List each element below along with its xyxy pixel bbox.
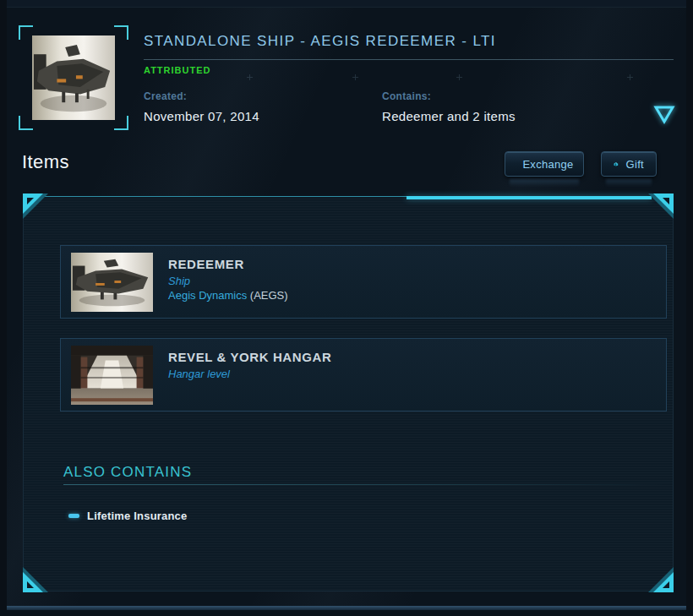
right-frame-edge (686, 0, 693, 616)
collapse-arrow-icon[interactable] (652, 102, 677, 128)
corner-accent-top-right (648, 194, 674, 219)
gift-button[interactable]: Gift (601, 151, 657, 177)
title-divider (144, 59, 674, 60)
exchange-button[interactable]: Exchange (505, 151, 584, 177)
contains-label: Contains: (382, 90, 516, 102)
item-type: Hangar level (168, 368, 331, 380)
pledge-detail-page: STANDALONE SHIP - AEGIS REDEEMER - LTI A… (0, 0, 693, 616)
items-section-heading: Items (22, 151, 69, 173)
item-name: REDEEMER (168, 257, 288, 271)
thumb-bracket-icon (19, 25, 33, 40)
item-info: REVEL & YORK HANGAR Hangar level (168, 346, 331, 404)
pledge-thumbnail-image (32, 35, 115, 120)
corner-accent-bottom-right (648, 567, 674, 592)
also-contains-divider (63, 484, 666, 485)
item-type: Ship (168, 275, 288, 287)
item-name: REVEL & YORK HANGAR (168, 350, 331, 364)
item-thumbnail-hangar (71, 346, 153, 405)
top-frame-strip (0, 0, 693, 8)
decor-plus-icon (352, 74, 358, 80)
corner-accent-bottom-left (23, 567, 48, 592)
contains-value: Redeemer and 2 items (382, 109, 516, 123)
corner-accent-top-left (23, 194, 48, 219)
exchange-button-label: Exchange (522, 158, 573, 171)
also-contains-heading: ALSO CONTAINS (63, 464, 192, 481)
thumb-bracket-icon (114, 116, 128, 130)
decor-plus-icon (627, 74, 633, 80)
footer-strip (0, 610, 693, 616)
thumb-bracket-icon (19, 116, 33, 130)
item-row-redeemer[interactable]: REDEEMER Ship Aegis Dynamics (AEGS) (60, 245, 667, 319)
left-frame-edge (0, 0, 7, 616)
item-row-hangar[interactable]: REVEL & YORK HANGAR Hangar level (60, 338, 667, 412)
contains-meta: Contains: Redeemer and 2 items (382, 90, 516, 123)
item-info: REDEEMER Ship Aegis Dynamics (AEGS) (168, 253, 288, 311)
gift-icon (614, 157, 619, 171)
bullet-dash-icon (68, 514, 79, 518)
created-meta: Created: November 07, 2014 (144, 90, 259, 123)
created-label: Created: (144, 90, 259, 102)
decor-plus-icon (247, 74, 253, 80)
pledge-thumbnail-frame (19, 25, 128, 130)
gift-button-label: Gift (626, 158, 644, 171)
page-title: STANDALONE SHIP - AEGIS REDEEMER - LTI (144, 33, 496, 50)
manufacturer-code: (AEGS) (250, 289, 288, 302)
panel-top-accent (407, 196, 652, 199)
item-manufacturer: Aegis Dynamics (AEGS) (168, 289, 288, 302)
attributed-badge: ATTRIBUTED (144, 65, 210, 75)
thumb-bracket-icon (114, 25, 128, 40)
also-contains-entry: Lifetime Insurance (87, 510, 187, 522)
created-value: November 07, 2014 (144, 109, 259, 123)
manufacturer-name: Aegis Dynamics (168, 289, 247, 302)
decor-plus-icon (456, 74, 462, 80)
item-thumbnail-ship (71, 253, 153, 312)
